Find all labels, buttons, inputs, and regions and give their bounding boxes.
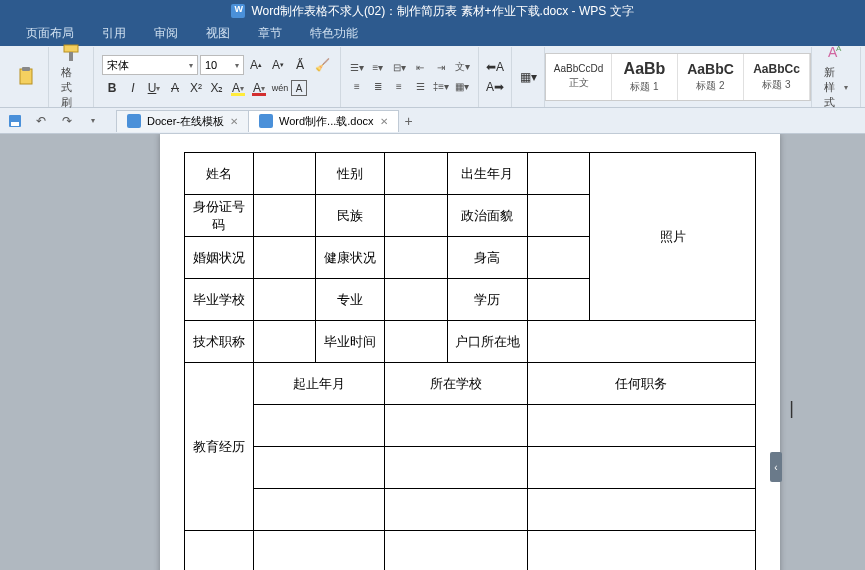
font-color-button[interactable]: A▾ bbox=[249, 78, 269, 98]
shrink-font-button[interactable]: A▾ bbox=[268, 55, 288, 75]
numbering-button[interactable]: ≡▾ bbox=[368, 58, 388, 76]
increase-indent-button[interactable]: ⇥ bbox=[431, 58, 451, 76]
highlight-button[interactable]: A▾ bbox=[228, 78, 248, 98]
cell-title-value[interactable] bbox=[253, 321, 316, 363]
table-row[interactable] bbox=[253, 447, 384, 489]
phonetic-guide-button[interactable]: wén bbox=[270, 78, 290, 98]
table-row[interactable] bbox=[384, 489, 527, 531]
close-icon[interactable]: ✕ bbox=[230, 116, 238, 127]
underline-button[interactable]: U▾ bbox=[144, 78, 164, 98]
cell-birth-label[interactable]: 出生年月 bbox=[447, 153, 527, 195]
paste-button[interactable] bbox=[10, 64, 42, 90]
font-name-select[interactable]: 宋体▾ bbox=[102, 55, 198, 75]
doc-tab-word[interactable]: Word制作...载.docx ✕ bbox=[248, 110, 399, 132]
close-icon[interactable]: ✕ bbox=[380, 116, 388, 127]
save-button[interactable] bbox=[4, 111, 26, 131]
doc-tab-docer[interactable]: Docer-在线模板 ✕ bbox=[116, 110, 249, 132]
grow-font-button[interactable]: A▴ bbox=[246, 55, 266, 75]
cell-degree-value[interactable] bbox=[527, 279, 590, 321]
change-case-button[interactable]: A̋ bbox=[290, 55, 310, 75]
tab-view[interactable]: 视图 bbox=[192, 21, 244, 46]
cell-hukou-value[interactable] bbox=[527, 321, 755, 363]
cell-school-value[interactable] bbox=[253, 279, 316, 321]
table-row[interactable] bbox=[384, 447, 527, 489]
document-canvas[interactable]: ⟲ 姓名 性别 出生年月 照片 身份证号码 民族 政治面貌 婚姻状况 bbox=[0, 134, 865, 570]
superscript-button[interactable]: X² bbox=[186, 78, 206, 98]
table-row[interactable] bbox=[185, 531, 254, 571]
cell-edu-label[interactable]: 教育经历 bbox=[185, 363, 254, 531]
align-right-button[interactable]: ≡ bbox=[389, 77, 409, 95]
resume-table[interactable]: 姓名 性别 出生年月 照片 身份证号码 民族 政治面貌 婚姻状况 健康状况 bbox=[184, 152, 756, 570]
table-row[interactable] bbox=[253, 531, 384, 571]
tab-references[interactable]: 引用 bbox=[88, 21, 140, 46]
cell-marital-value[interactable] bbox=[253, 237, 316, 279]
side-panel-handle[interactable]: ‹ bbox=[770, 452, 782, 482]
cell-gender-label[interactable]: 性别 bbox=[316, 153, 385, 195]
table-row[interactable] bbox=[384, 405, 527, 447]
format-painter-button[interactable]: 格式刷 bbox=[55, 41, 87, 112]
style-normal[interactable]: AaBbCcDd正文 bbox=[546, 54, 612, 100]
cell-marital-label[interactable]: 婚姻状况 bbox=[185, 237, 254, 279]
cell-height-value[interactable] bbox=[527, 237, 590, 279]
cell-major-value[interactable] bbox=[384, 279, 447, 321]
cell-period-header[interactable]: 起止年月 bbox=[253, 363, 384, 405]
cell-health-label[interactable]: 健康状况 bbox=[316, 237, 385, 279]
table-row[interactable] bbox=[527, 489, 755, 531]
tab-section[interactable]: 章节 bbox=[244, 21, 296, 46]
tab-review[interactable]: 审阅 bbox=[140, 21, 192, 46]
cell-school-label[interactable]: 毕业学校 bbox=[185, 279, 254, 321]
cell-name-value[interactable] bbox=[253, 153, 316, 195]
cell-hukou-label[interactable]: 户口所在地 bbox=[447, 321, 527, 363]
text-direction-button[interactable]: 文▾ bbox=[452, 58, 472, 76]
char-border-button[interactable]: A bbox=[291, 80, 307, 96]
cell-ethnic-value[interactable] bbox=[384, 195, 447, 237]
document-page[interactable]: 姓名 性别 出生年月 照片 身份证号码 民族 政治面貌 婚姻状况 健康状况 bbox=[160, 134, 780, 570]
tab-special[interactable]: 特色功能 bbox=[296, 21, 372, 46]
bold-button[interactable]: B bbox=[102, 78, 122, 98]
align-justify-button[interactable]: ☰ bbox=[410, 77, 430, 95]
bullets-button[interactable]: ☰▾ bbox=[347, 58, 367, 76]
table-row[interactable] bbox=[527, 405, 755, 447]
cell-photo[interactable]: 照片 bbox=[590, 153, 756, 321]
cell-ethnic-label[interactable]: 民族 bbox=[316, 195, 385, 237]
table-row[interactable] bbox=[384, 531, 527, 571]
shading-button[interactable]: ▦▾ bbox=[452, 77, 472, 95]
decrease-indent-button[interactable]: ⇤ bbox=[410, 58, 430, 76]
border-button[interactable]: ▦▾ bbox=[518, 67, 538, 87]
cell-degree-label[interactable]: 学历 bbox=[447, 279, 527, 321]
cell-health-value[interactable] bbox=[384, 237, 447, 279]
cell-gradtime-value[interactable] bbox=[384, 321, 447, 363]
multilevel-button[interactable]: ⊟▾ bbox=[389, 58, 409, 76]
indent-right-button[interactable]: A➡ bbox=[485, 77, 505, 97]
undo-button[interactable]: ↶ bbox=[30, 111, 52, 131]
cell-birth-value[interactable] bbox=[527, 153, 590, 195]
cell-id-label[interactable]: 身份证号码 bbox=[185, 195, 254, 237]
qat-menu-button[interactable]: ▾ bbox=[82, 111, 104, 131]
table-row[interactable] bbox=[527, 531, 755, 571]
cell-political-value[interactable] bbox=[527, 195, 590, 237]
cell-name-label[interactable]: 姓名 bbox=[185, 153, 254, 195]
new-style-button[interactable]: AA 新样式▾ bbox=[818, 41, 854, 112]
add-tab-button[interactable]: + bbox=[398, 113, 420, 129]
style-heading3[interactable]: AaBbCc标题 3 bbox=[744, 54, 810, 100]
table-row[interactable] bbox=[253, 405, 384, 447]
cell-id-value[interactable] bbox=[253, 195, 316, 237]
cell-school-header[interactable]: 所在学校 bbox=[384, 363, 527, 405]
clear-format-button[interactable]: 🧹 bbox=[312, 55, 332, 75]
table-row[interactable] bbox=[253, 489, 384, 531]
style-heading2[interactable]: AaBbC标题 2 bbox=[678, 54, 744, 100]
table-row[interactable] bbox=[527, 447, 755, 489]
cell-political-label[interactable]: 政治面貌 bbox=[447, 195, 527, 237]
style-heading1[interactable]: AaBb标题 1 bbox=[612, 54, 678, 100]
cell-gender-value[interactable] bbox=[384, 153, 447, 195]
strikethrough-button[interactable]: A bbox=[165, 78, 185, 98]
align-left-button[interactable]: ≡ bbox=[347, 77, 367, 95]
italic-button[interactable]: I bbox=[123, 78, 143, 98]
line-spacing-button[interactable]: ‡≡▾ bbox=[431, 77, 451, 95]
cell-gradtime-label[interactable]: 毕业时间 bbox=[316, 321, 385, 363]
cell-major-label[interactable]: 专业 bbox=[316, 279, 385, 321]
font-size-select[interactable]: 10▾ bbox=[200, 55, 244, 75]
cell-title-label[interactable]: 技术职称 bbox=[185, 321, 254, 363]
cell-duty-header[interactable]: 任何职务 bbox=[527, 363, 755, 405]
subscript-button[interactable]: X₂ bbox=[207, 78, 227, 98]
